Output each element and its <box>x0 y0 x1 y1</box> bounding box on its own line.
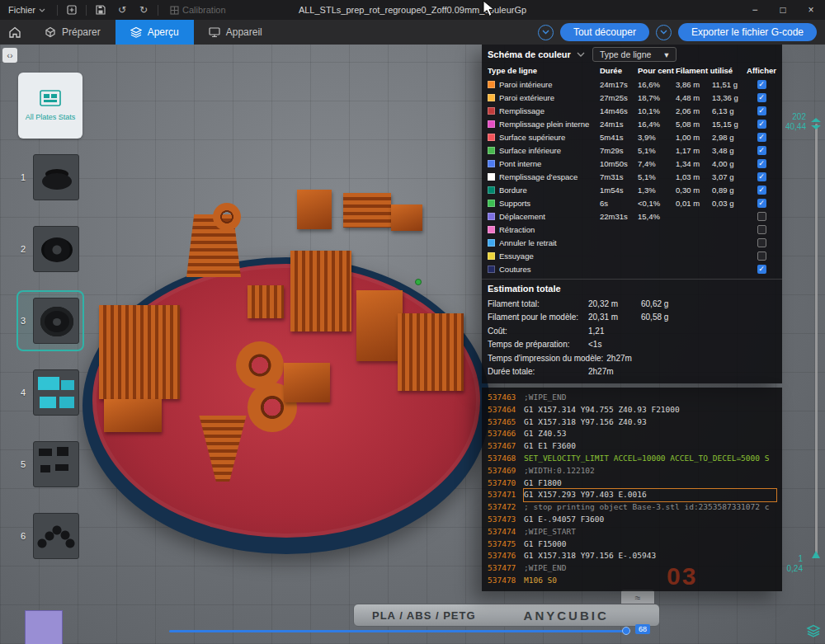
plate-thumbnail <box>33 154 79 200</box>
line-type-row: Pont interne 10m50s 7,4% 1,34 m 4,00 g <box>482 157 782 170</box>
export-gcode-button[interactable]: Exporter le fichier G-code <box>678 23 817 41</box>
percent-cell: 10,1% <box>638 106 676 115</box>
visibility-checkbox[interactable] <box>757 172 766 181</box>
gcode-line[interactable]: 537465 G1 X157.318 Y97.156 Z40.93 <box>488 416 776 429</box>
layers-icon[interactable] <box>806 623 821 642</box>
plate-thumbnail <box>33 226 79 272</box>
gcode-line[interactable]: 537467 G1 E1 F3600 <box>488 440 776 453</box>
plate-number: 4 <box>21 388 29 397</box>
plate-list-item[interactable]: 5 <box>18 435 82 493</box>
total-value-2: 60,62 g <box>641 299 668 308</box>
move-slider-track[interactable] <box>169 630 629 632</box>
visibility-checkbox[interactable] <box>757 212 766 221</box>
visibility-checkbox[interactable] <box>757 251 766 261</box>
maximize-button[interactable]: □ <box>769 0 797 20</box>
percent-cell: 3,9% <box>638 133 676 142</box>
visibility-checkbox[interactable] <box>757 133 766 142</box>
gcode-line[interactable]: 537477 ;WIPE_END <box>488 562 776 575</box>
col-filament: Filament utilisé <box>676 66 747 75</box>
gcode-line-text: ;WIPE_START <box>524 526 776 538</box>
slice-options-button[interactable] <box>538 25 554 40</box>
line-type-label: Essuyage <box>499 251 600 261</box>
export-options-button[interactable] <box>656 25 672 40</box>
calibration-label: Calibration <box>182 5 226 15</box>
layer-slider-track[interactable] <box>815 124 818 554</box>
gcode-line[interactable]: 537463 ;WIPE_END <box>488 392 776 404</box>
plate-list-item[interactable]: 4 <box>18 364 82 421</box>
duration-cell: 6s <box>600 199 638 208</box>
visibility-checkbox[interactable] <box>757 146 766 155</box>
visibility-checkbox[interactable] <box>757 159 766 168</box>
color-scheme-header: Schéma de couleur Type de ligne ▾ <box>482 45 782 64</box>
minimize-button[interactable]: − <box>741 0 769 20</box>
line-type-color-swatch <box>488 226 495 233</box>
collapse-panel-icon[interactable] <box>577 52 585 57</box>
gcode-line-number: 537473 <box>488 514 524 526</box>
gcode-line-text: SET_VELOCITY_LIMIT ACCEL=10000 ACCEL_TO_… <box>524 453 776 465</box>
top-layer-height: 40,44 <box>785 122 806 132</box>
gcode-line[interactable]: 537468 SET_VELOCITY_LIMIT ACCEL=10000 AC… <box>488 453 776 465</box>
line-type-color-swatch <box>488 160 495 167</box>
tab-preview[interactable]: Aperçu <box>116 20 194 45</box>
undo-icon[interactable]: ↺ <box>111 0 133 20</box>
printed-object <box>248 285 284 318</box>
visibility-checkbox[interactable] <box>757 80 766 89</box>
tab-prepare[interactable]: Préparer <box>30 20 116 45</box>
all-plates-stats-button[interactable]: All Plates Stats <box>18 73 82 139</box>
save-icon[interactable] <box>90 0 111 20</box>
tab-device[interactable]: Appareil <box>194 20 277 45</box>
gcode-line[interactable]: 537478 M106 S0 <box>488 575 776 587</box>
visibility-checkbox[interactable] <box>757 93 766 102</box>
visibility-checkbox[interactable] <box>757 238 766 247</box>
filament-g-cell: 3,07 g <box>712 172 747 181</box>
new-project-icon[interactable] <box>61 0 82 20</box>
filament-m-cell: 1,03 m <box>676 172 712 181</box>
slice-all-button[interactable]: Tout découper <box>560 23 649 41</box>
gcode-line-number: 537476 <box>488 550 524 562</box>
plate-list-item[interactable]: 3 <box>18 292 82 350</box>
sidebar-collapse-button[interactable]: ‹› <box>2 48 17 63</box>
duration-cell: 24m1s <box>600 120 638 129</box>
plate-list-item[interactable]: 1 <box>18 148 82 206</box>
layer-slider-top-handle[interactable] <box>809 117 823 134</box>
home-button[interactable] <box>0 20 30 45</box>
calibration-button[interactable]: Calibration <box>162 0 234 20</box>
move-slider-handle[interactable] <box>622 627 630 635</box>
gcode-line[interactable]: 537471 G1 X157.293 Y97.403 E.0016 <box>488 489 776 501</box>
percent-cell: <0,1% <box>638 199 676 208</box>
gcode-line[interactable]: 537472 ; stop printing object Base-3.stl… <box>488 501 776 514</box>
plate-number: 2 <box>21 244 29 254</box>
plate-number: 3 <box>21 316 29 326</box>
gcode-line[interactable]: 537464 G1 X157.314 Y94.755 Z40.93 F21000 <box>488 404 776 416</box>
line-type-label: Surface supérieure <box>499 133 600 142</box>
gcode-line[interactable]: 537473 G1 E-.94057 F3600 <box>488 514 776 526</box>
visibility-checkbox[interactable] <box>757 120 766 129</box>
close-button[interactable]: × <box>797 0 825 20</box>
filament-g-cell: 6,13 g <box>712 106 747 115</box>
gcode-line[interactable]: 537474 ;WIPE_START <box>488 526 776 538</box>
visibility-checkbox[interactable] <box>757 225 766 234</box>
gcode-line[interactable]: 537466 G1 Z40.53 <box>488 428 776 440</box>
layer-slider-bottom-handle[interactable] <box>811 548 821 562</box>
visibility-checkbox[interactable] <box>757 199 766 208</box>
gcode-line-number: 537477 <box>488 562 524 575</box>
line-type-color-swatch <box>488 134 495 141</box>
visibility-checkbox[interactable] <box>757 265 766 274</box>
visibility-checkbox[interactable] <box>757 186 766 195</box>
gcode-line-text: G1 F1800 <box>524 477 776 490</box>
visibility-checkbox[interactable] <box>757 106 766 115</box>
gcode-line[interactable]: 537475 G1 F15000 <box>488 538 776 551</box>
line-type-row: Paroi intérieure 24m17s 16,6% 3,86 m 11,… <box>482 78 782 91</box>
line-type-label: Supports <box>499 199 600 208</box>
gcode-line[interactable]: 537469 ;WIDTH:0.122102 <box>488 465 776 477</box>
gcode-line[interactable]: 537470 G1 F1800 <box>488 477 776 490</box>
file-menu[interactable]: Fichier <box>0 0 54 20</box>
redo-icon[interactable]: ↻ <box>133 0 154 20</box>
percent-cell: 7,4% <box>638 159 676 168</box>
view-type-dropdown[interactable]: Type de ligne ▾ <box>592 47 676 62</box>
plate-list-item[interactable]: 6 <box>18 507 82 565</box>
gcode-line[interactable]: 537476 G1 X157.318 Y97.156 E-.05943 <box>488 550 776 562</box>
plate-materials-label: PLA / ABS / PETG <box>372 609 476 622</box>
plate-list-item[interactable]: 2 <box>18 220 82 278</box>
line-type-row: Remplissage d'espace 7m31s 5,1% 1,03 m 3… <box>482 170 782 183</box>
